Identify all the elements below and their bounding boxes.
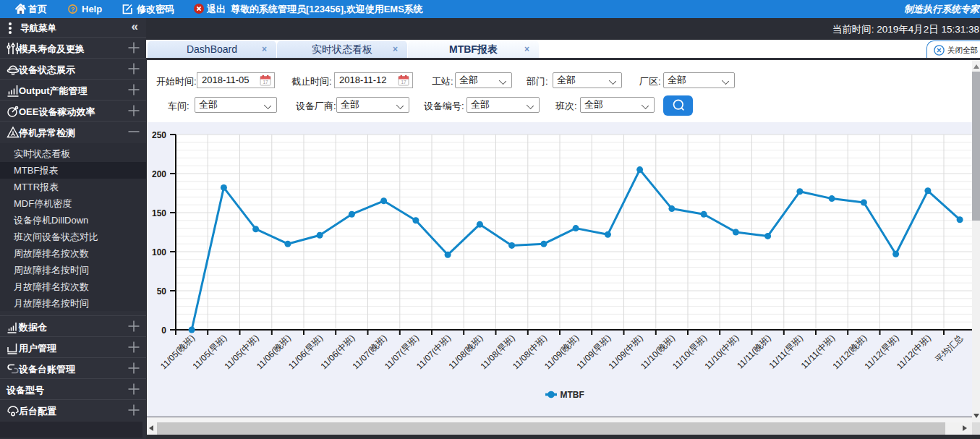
svg-text:150: 150 xyxy=(152,208,166,218)
svg-text:MTBF: MTBF xyxy=(561,390,584,400)
svg-text:平均汇总: 平均汇总 xyxy=(933,333,965,365)
svg-text:0: 0 xyxy=(161,325,166,336)
svg-text:?: ? xyxy=(71,6,75,13)
svg-text:11/12(中班): 11/12(中班) xyxy=(895,333,933,371)
svg-text:250: 250 xyxy=(152,130,166,140)
svg-text:100: 100 xyxy=(152,247,166,257)
svg-text:17: 17 xyxy=(401,80,406,85)
svg-text:11/10(中班): 11/10(中班) xyxy=(702,333,741,371)
svg-text:50: 50 xyxy=(157,286,167,297)
svg-text:17: 17 xyxy=(263,80,268,85)
svg-text:11/11(晚班): 11/11(晚班) xyxy=(735,333,773,371)
svg-text:200: 200 xyxy=(152,169,166,179)
svg-text:11/11(早班): 11/11(早班) xyxy=(767,333,806,371)
